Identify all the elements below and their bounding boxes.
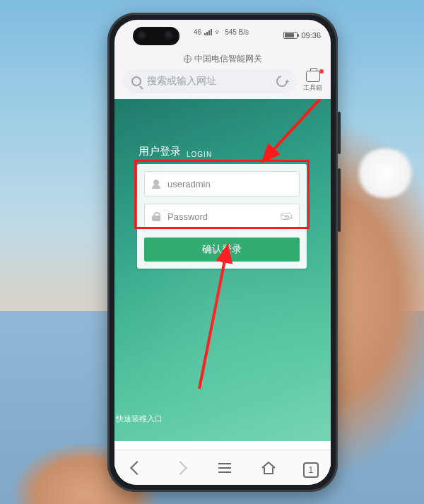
password-field[interactable]: Password bbox=[144, 204, 300, 229]
browser-title-bar: 中国电信智能网关 bbox=[114, 51, 331, 66]
url-bar[interactable]: 搜索或输入网址 bbox=[123, 69, 296, 93]
login-submit-button[interactable]: 确认登录 bbox=[144, 238, 300, 262]
login-card: useradmin Password 确认登录 bbox=[137, 164, 307, 269]
nav-forward-button[interactable] bbox=[171, 458, 191, 478]
user-icon bbox=[152, 180, 160, 188]
url-bar-row: 搜索或输入网址 工具箱 bbox=[114, 66, 331, 99]
volume-button bbox=[338, 112, 341, 154]
browser-bottom-nav: 1 bbox=[114, 450, 331, 485]
clock: 09:36 bbox=[301, 31, 321, 40]
annotation-arrow-bottom bbox=[192, 240, 277, 396]
login-heading-en: LOGIN bbox=[187, 151, 212, 158]
login-submit-label: 确认登录 bbox=[202, 243, 242, 256]
annotation-arrow-top bbox=[256, 99, 331, 170]
toolbox-label: 工具箱 bbox=[303, 83, 322, 93]
reload-icon[interactable] bbox=[274, 74, 290, 89]
svg-line-1 bbox=[199, 246, 228, 389]
toolbox-icon bbox=[306, 71, 320, 82]
status-left-cluster: 46 ᯤ 545 B/s bbox=[194, 28, 249, 36]
search-icon bbox=[131, 76, 141, 86]
data-rate: 545 B/s bbox=[225, 28, 249, 36]
globe-icon bbox=[184, 55, 192, 63]
notification-dot-icon bbox=[319, 69, 324, 74]
phone-screen: 46 ᯤ 545 B/s 09:36 中国电信智能网关 搜索或输入网址 bbox=[114, 20, 331, 485]
nav-back-button[interactable] bbox=[126, 458, 146, 478]
camera-cutout bbox=[133, 27, 179, 45]
signal-icon bbox=[204, 29, 212, 35]
nav-menu-button[interactable] bbox=[215, 458, 235, 478]
cotton-object bbox=[353, 148, 417, 198]
svg-line-0 bbox=[263, 99, 326, 161]
password-placeholder: Password bbox=[167, 211, 208, 222]
login-heading-cn: 用户登录 bbox=[139, 145, 181, 158]
toolbox-button[interactable]: 工具箱 bbox=[303, 71, 322, 93]
username-value: useradmin bbox=[167, 179, 211, 189]
quick-maintenance-link[interactable]: 快速装维入口 bbox=[114, 414, 163, 424]
tab-count: 1 bbox=[308, 465, 313, 475]
nav-home-button[interactable] bbox=[259, 458, 278, 478]
power-button bbox=[338, 168, 341, 232]
url-placeholder: 搜索或输入网址 bbox=[147, 75, 271, 88]
router-login-page: 用户登录 LOGIN useradmin Password 确认登录 bbox=[114, 99, 331, 467]
net-gen: 46 bbox=[194, 28, 201, 36]
username-field[interactable]: useradmin bbox=[144, 171, 300, 197]
battery-icon bbox=[283, 32, 298, 39]
nav-tabs-button[interactable]: 1 bbox=[303, 462, 319, 478]
wifi-icon: ᯤ bbox=[215, 28, 222, 36]
eye-off-icon[interactable] bbox=[281, 213, 292, 220]
smartphone-body: 46 ᯤ 545 B/s 09:36 中国电信智能网关 搜索或输入网址 bbox=[107, 13, 338, 492]
login-heading: 用户登录 LOGIN bbox=[139, 145, 212, 158]
photo-background: 46 ᯤ 545 B/s 09:36 中国电信智能网关 搜索或输入网址 bbox=[0, 0, 424, 504]
page-title: 中国电信智能网关 bbox=[194, 53, 262, 65]
lock-icon bbox=[152, 212, 160, 221]
